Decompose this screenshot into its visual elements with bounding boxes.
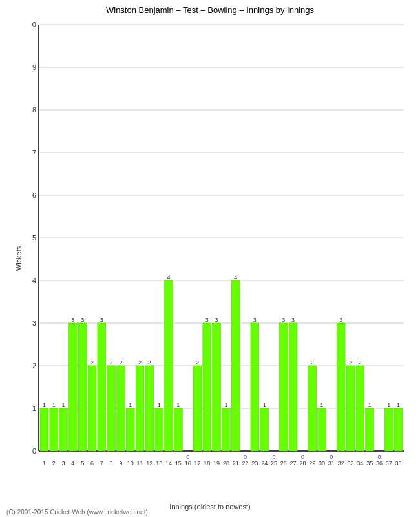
svg-rect-117 [356,366,364,451]
svg-text:5: 5 [81,460,84,467]
svg-rect-114 [346,366,355,451]
svg-text:3: 3 [282,317,285,323]
svg-rect-120 [366,408,374,451]
svg-text:3: 3 [291,317,295,323]
svg-text:7: 7 [100,460,103,467]
svg-rect-59 [155,408,163,451]
svg-text:5: 5 [32,234,36,242]
svg-text:4: 4 [167,274,171,280]
svg-text:14: 14 [165,460,172,467]
svg-text:4: 4 [71,460,74,467]
svg-rect-35 [78,323,87,451]
svg-text:6: 6 [90,460,94,467]
svg-text:21: 21 [233,460,239,467]
svg-text:20: 20 [223,460,229,467]
svg-text:0: 0 [377,454,381,460]
svg-rect-56 [145,366,154,451]
svg-text:1: 1 [224,402,227,408]
svg-rect-103 [308,366,317,451]
svg-text:1: 1 [158,402,161,408]
copyright-text: (C) 2001-2015 Cricket Web (www.cricketwe… [6,509,148,516]
bar-chart: 0123456789101112133435263728291102112121… [32,18,410,470]
svg-rect-82 [231,280,240,451]
svg-text:1: 1 [32,405,36,412]
svg-text:8: 8 [110,460,113,467]
svg-text:3: 3 [215,317,218,323]
svg-rect-95 [279,323,288,451]
svg-text:0: 0 [272,454,275,460]
svg-text:10: 10 [32,21,36,28]
svg-text:3: 3 [32,319,36,327]
svg-text:35: 35 [366,460,373,467]
svg-text:22: 22 [242,460,249,467]
svg-rect-29 [59,408,68,451]
svg-text:26: 26 [280,460,287,467]
y-axis-label: Wickets [15,246,23,271]
svg-text:1: 1 [263,402,266,408]
svg-rect-62 [165,280,173,451]
svg-text:2: 2 [148,359,151,366]
svg-text:1: 1 [129,402,132,408]
svg-text:2: 2 [138,359,142,366]
svg-rect-23 [40,408,48,451]
svg-text:7: 7 [32,149,36,156]
svg-text:2: 2 [90,359,94,366]
svg-text:33: 33 [348,460,354,467]
svg-text:3: 3 [100,317,103,323]
svg-text:1: 1 [397,402,400,408]
chart-container: Winston Benjamin – Test – Bowling – Inni… [0,0,420,517]
svg-rect-87 [251,323,259,451]
svg-text:28: 28 [299,460,306,467]
svg-text:3: 3 [71,317,74,323]
svg-text:1: 1 [387,402,390,408]
svg-text:3: 3 [205,317,209,323]
svg-rect-79 [222,408,231,451]
svg-text:9: 9 [32,63,36,71]
svg-rect-76 [213,323,221,451]
svg-rect-38 [88,366,96,451]
svg-text:2: 2 [349,359,352,366]
svg-text:3: 3 [253,317,257,323]
svg-text:12: 12 [146,460,152,467]
svg-text:11: 11 [137,460,143,467]
svg-text:2: 2 [359,359,362,366]
svg-text:2: 2 [110,359,113,366]
svg-text:0: 0 [330,454,333,460]
svg-text:16: 16 [185,460,191,467]
svg-text:32: 32 [338,460,344,467]
x-axis-label: Innings (oldest to newest) [169,503,250,511]
svg-text:3: 3 [62,460,65,467]
svg-text:1: 1 [368,402,372,408]
svg-text:1: 1 [43,460,46,467]
svg-text:8: 8 [32,106,36,114]
svg-text:2: 2 [52,460,56,467]
svg-text:36: 36 [376,460,383,467]
svg-text:1: 1 [320,402,324,408]
svg-text:27: 27 [290,460,297,467]
svg-text:24: 24 [261,460,268,467]
svg-text:31: 31 [328,460,335,467]
svg-rect-98 [289,323,297,451]
svg-text:4: 4 [32,277,36,284]
svg-rect-106 [318,408,326,451]
svg-text:23: 23 [251,460,258,467]
svg-text:6: 6 [32,191,36,199]
svg-rect-128 [394,408,403,451]
svg-rect-41 [98,323,106,451]
svg-text:2: 2 [196,359,199,366]
svg-text:3: 3 [81,317,84,323]
svg-text:10: 10 [127,460,134,467]
svg-rect-65 [174,408,182,451]
svg-text:17: 17 [194,460,200,467]
svg-rect-26 [50,408,58,451]
svg-text:3: 3 [339,317,342,323]
svg-text:38: 38 [395,460,402,467]
svg-rect-125 [384,408,393,451]
svg-rect-47 [117,366,125,451]
svg-text:19: 19 [213,460,220,467]
svg-text:34: 34 [357,460,363,467]
svg-rect-44 [107,366,116,451]
svg-text:1: 1 [52,402,56,408]
svg-text:0: 0 [244,454,247,460]
svg-text:15: 15 [175,460,182,467]
